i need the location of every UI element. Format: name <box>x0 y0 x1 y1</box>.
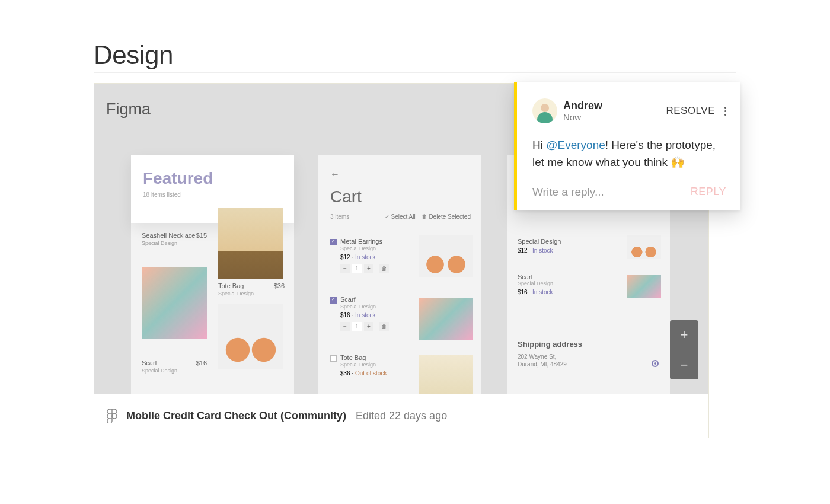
embed-footer: Mobile Credit Card Check Out (Community)… <box>94 394 708 438</box>
trash-icon[interactable]: 🗑 <box>379 322 389 331</box>
reply-input[interactable]: Write a reply... <box>532 186 691 199</box>
back-icon[interactable]: ← <box>330 169 340 180</box>
comment-popup: Andrew Now RESOLVE Hi @Everyone! Here's … <box>514 82 740 210</box>
list-item: Special Design $12 In stock <box>518 238 624 254</box>
figma-platform-label: Figma <box>106 100 151 119</box>
product-label-seashell: Seashell Necklace$15 Special Design <box>142 232 207 246</box>
comment-author: Andrew <box>563 100 666 112</box>
mention[interactable]: @Everyone <box>546 139 605 151</box>
featured-header-card: Featured 18 items listed ⇅ Sort ▽ Filter <box>131 155 294 223</box>
delete-selected-button[interactable]: 🗑 Delete Selected <box>422 213 471 220</box>
cart-thumb <box>419 298 473 340</box>
comment-time: Now <box>563 112 666 122</box>
divider <box>94 72 736 73</box>
product-tile-earrings <box>218 304 283 369</box>
artboard-featured <box>131 155 294 395</box>
product-tile-tote-bag <box>218 208 283 279</box>
resolve-button[interactable]: RESOLVE <box>666 105 715 117</box>
cart-item: Scarf Special Design $16 · In stock −1+🗑 <box>330 296 473 331</box>
zoom-control: + − <box>670 320 698 379</box>
qty-value: 1 <box>352 264 362 273</box>
wish-thumb <box>627 235 661 259</box>
checkbox-icon[interactable] <box>330 297 337 304</box>
wish-thumb <box>627 275 661 298</box>
cart-title: Cart <box>330 187 362 206</box>
artboard-cart <box>318 155 481 395</box>
checkbox-icon[interactable] <box>330 355 337 362</box>
svg-point-0 <box>112 414 117 419</box>
cart-thumb <box>419 355 473 397</box>
product-tile-scarf <box>142 267 207 339</box>
radio-selected-icon[interactable] <box>652 360 659 367</box>
qty-minus-button[interactable]: − <box>340 322 350 331</box>
filter-button[interactable]: ▽ Filter <box>264 209 283 216</box>
qty-plus-button[interactable]: + <box>364 264 374 273</box>
featured-subtitle: 18 items listed <box>143 192 282 198</box>
comment-body: Hi @Everyone! Here's the prototype, let … <box>532 136 726 171</box>
reply-button[interactable]: REPLY <box>691 186 726 198</box>
avatar[interactable] <box>532 98 557 123</box>
product-label-scarf: Scarf$16 Special Design <box>142 359 207 374</box>
cart-item: Tote Bag Special Design $36 · Out of sto… <box>330 354 473 377</box>
cart-item: Metal Earrings Special Design $12 · In s… <box>330 238 473 273</box>
cart-count: 3 items <box>330 213 349 220</box>
qty-plus-button[interactable]: + <box>364 322 374 331</box>
page-title: Design <box>94 40 173 70</box>
zoom-in-button[interactable]: + <box>670 320 698 350</box>
figma-logo-icon <box>107 409 117 423</box>
list-item: Scarf Special Design $16 In stock <box>518 273 624 295</box>
shipping-address-block: Shipping address 202 Wayne St, Durand, M… <box>518 340 582 368</box>
select-all-button[interactable]: ✓ Select All <box>385 213 416 220</box>
checkbox-icon[interactable] <box>330 239 337 245</box>
featured-title: Featured <box>143 169 282 188</box>
qty-minus-button[interactable]: − <box>340 264 350 273</box>
product-label-tote: Tote Bag$36 Special Design <box>218 282 285 296</box>
sort-button[interactable]: ⇅ Sort <box>240 209 257 216</box>
file-name[interactable]: Mobile Credit Card Check Out (Community) <box>126 410 346 422</box>
trash-icon[interactable]: 🗑 <box>379 264 389 273</box>
cart-thumb <box>419 235 473 277</box>
file-edit-time: Edited 22 days ago <box>356 410 447 422</box>
more-options-icon[interactable] <box>724 107 726 116</box>
zoom-out-button[interactable]: − <box>670 350 698 379</box>
qty-value: 1 <box>352 322 362 331</box>
